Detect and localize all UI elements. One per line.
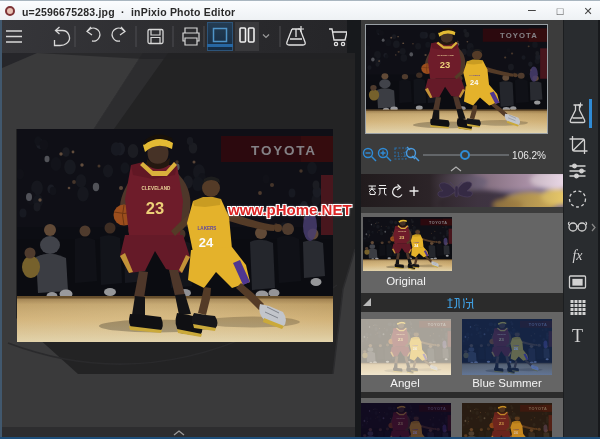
svg-text:T: T — [572, 326, 583, 346]
svg-text:1:1: 1:1 — [397, 151, 407, 158]
svg-text:106.2%: 106.2% — [512, 150, 546, 161]
svg-text:fx: fx — [572, 248, 583, 263]
